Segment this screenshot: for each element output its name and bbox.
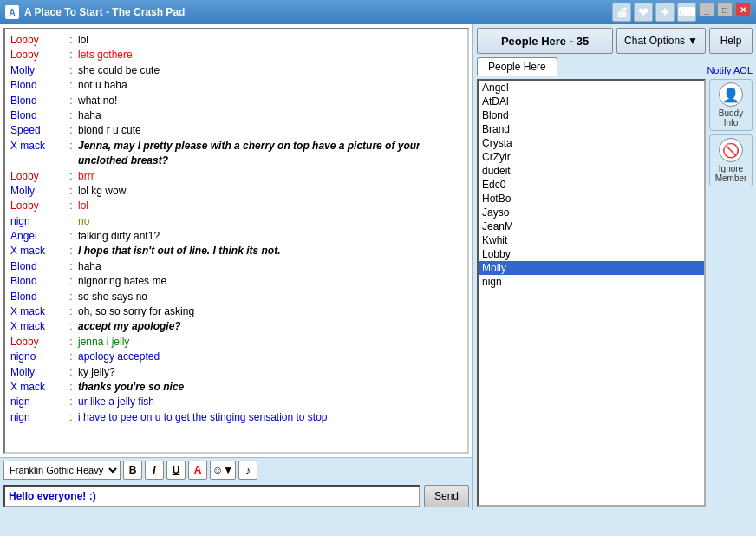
send-button[interactable]: Send	[424, 485, 469, 507]
people-list-item[interactable]: CrZylr	[479, 150, 704, 164]
chat-separator: :	[64, 94, 78, 108]
chat-separator: :	[64, 350, 78, 364]
people-list-item[interactable]: dudeit	[479, 164, 704, 178]
people-list: AngelAtDAlBlondBrandCrystaCrZylrdudeitEd…	[479, 81, 704, 505]
emoji-button[interactable]: ☺▼	[210, 461, 236, 480]
chat-message-line: nign : ur like a jelly fish	[10, 395, 462, 409]
chat-message-line: Blond : so she says no	[10, 290, 462, 304]
chat-separator: :	[64, 335, 78, 350]
chat-separator: :	[64, 365, 78, 380]
tab-row: People Here Notify AOL	[477, 57, 753, 75]
chat-message-line: Molly : ky jelly?	[10, 365, 462, 380]
chat-message-text: jenna i jelly	[78, 335, 462, 350]
people-list-item[interactable]: nign	[479, 275, 704, 289]
notify-aol-link[interactable]: Notify AOL	[707, 65, 753, 75]
chat-message-line: Lobby : brrr	[10, 169, 462, 184]
chat-message-text: lol kg wow	[78, 184, 462, 199]
chat-username: Blond	[10, 94, 64, 108]
people-list-item[interactable]: JeanM	[479, 219, 704, 233]
chat-message-line: nign : i have to pee on u to get the sti…	[10, 410, 462, 425]
chat-message-text: haha	[78, 259, 462, 274]
chat-separator: :	[64, 184, 78, 199]
chat-username: Blond	[10, 290, 64, 304]
chat-message-text: nignoring hates me	[78, 274, 462, 289]
music-button[interactable]: ♪	[238, 461, 257, 480]
italic-button[interactable]: I	[145, 461, 164, 480]
chat-message-text: apology accepted	[78, 350, 462, 364]
chat-message-line: X mack : oh, so so sorry for asking	[10, 304, 462, 319]
keyboard-icon[interactable]: ⌨	[677, 3, 696, 22]
chat-message-line: X mack : I hope that isn't out of line. …	[10, 244, 462, 258]
window-controls: 🖨 ❤ ✦ ⌨ _ □ ✕	[612, 3, 751, 22]
ignore-member-label: IgnoreMember	[715, 164, 747, 183]
chat-username: Molly	[10, 365, 64, 380]
chat-message-text: lol	[78, 199, 462, 213]
chat-message-line: X mack : Jenna, may I pretty please with…	[10, 139, 462, 169]
chevron-down-icon: ▼	[688, 35, 698, 47]
people-list-item[interactable]: Crysta	[479, 136, 704, 150]
people-list-item[interactable]: Kwhit	[479, 233, 704, 247]
people-list-item[interactable]: HotBo	[479, 192, 704, 206]
minimize-button[interactable]: _	[699, 3, 714, 16]
chat-message-text: talking dirty ant1?	[78, 229, 462, 244]
heart-icon[interactable]: ❤	[634, 3, 653, 22]
font-selector[interactable]: Franklin Gothic Heavy	[3, 461, 121, 480]
people-list-item[interactable]: Blond	[479, 108, 704, 122]
people-list-container: AngelAtDAlBlondBrandCrystaCrZylrdudeitEd…	[477, 79, 706, 507]
chat-message-line: Lobby : lol	[10, 199, 462, 213]
chat-message-text: not u haha	[78, 78, 462, 93]
chat-input[interactable]	[3, 485, 420, 507]
chat-panel: Lobby : lol Lobby : lets gothere Molly :…	[0, 24, 473, 510]
chat-username: Molly	[10, 63, 64, 78]
star-icon[interactable]: ✦	[655, 3, 675, 22]
tab-people-here[interactable]: People Here	[477, 57, 557, 76]
underline-button[interactable]: U	[166, 461, 186, 480]
color-button[interactable]: A	[188, 461, 207, 480]
bold-button[interactable]: B	[123, 461, 142, 480]
chat-username: X mack	[10, 380, 64, 395]
chat-message-text: she could be cute	[78, 63, 462, 78]
chat-username: Angel	[10, 229, 64, 244]
people-here-count[interactable]: People Here - 35	[477, 28, 613, 54]
chat-message-text: ur like a jelly fish	[78, 395, 462, 409]
chat-separator: :	[64, 169, 78, 184]
chat-username: Speed	[10, 123, 64, 138]
chat-message-text: accept my apologie?	[78, 319, 462, 334]
chat-username: Blond	[10, 78, 64, 93]
chat-username: X mack	[10, 319, 64, 334]
chat-area: Lobby : lol Lobby : lets gothere Molly :…	[3, 28, 469, 454]
people-list-item[interactable]: Lobby	[479, 247, 704, 261]
chat-message-line: X mack : accept my apologie?	[10, 319, 462, 334]
print-icon[interactable]: 🖨	[612, 3, 631, 22]
people-list-item[interactable]: Jayso	[479, 206, 704, 219]
chat-message-line: Blond : haha	[10, 259, 462, 274]
chat-message-text: lol	[78, 33, 462, 48]
chat-message-line: Lobby : lets gothere	[10, 48, 462, 62]
close-button[interactable]: ✕	[735, 3, 751, 16]
people-list-item[interactable]: Molly	[479, 261, 704, 275]
chat-username: nign	[10, 395, 64, 409]
chat-separator: :	[64, 259, 78, 274]
people-list-item[interactable]: AtDAl	[479, 95, 704, 108]
people-list-item[interactable]: Edc0	[479, 178, 704, 192]
people-list-item[interactable]: Angel	[479, 81, 704, 95]
window-title: A Place To Start - The Crash Pad	[24, 6, 612, 18]
maximize-button[interactable]: □	[717, 3, 733, 16]
chat-options-button[interactable]: Chat Options ▼	[616, 28, 706, 54]
chat-message-text: lets gothere	[78, 48, 462, 62]
right-panel: People Here - 35 Chat Options ▼ Help Peo…	[473, 24, 756, 510]
chat-message-text: so she says no	[78, 290, 462, 304]
chat-username: Blond	[10, 108, 64, 123]
chat-message-text: ky jelly?	[78, 365, 462, 380]
chat-username: X mack	[10, 304, 64, 319]
buddy-info-button[interactable]: 👤 BuddyInfo	[709, 79, 753, 131]
chat-message-text: Jenna, may I pretty please with a cherry…	[78, 139, 462, 169]
title-bar: A A Place To Start - The Crash Pad 🖨 ❤ ✦…	[0, 0, 756, 24]
right-main: AngelAtDAlBlondBrandCrystaCrZylrdudeitEd…	[477, 79, 753, 507]
ignore-member-button[interactable]: 🚫 IgnoreMember	[709, 134, 753, 186]
chat-message-line: Molly : lol kg wow	[10, 184, 462, 199]
buddy-info-label: BuddyInfo	[719, 108, 743, 127]
people-main: AngelAtDAlBlondBrandCrystaCrZylrdudeitEd…	[477, 79, 706, 507]
people-list-item[interactable]: Brand	[479, 122, 704, 136]
help-button[interactable]: Help	[709, 28, 753, 54]
